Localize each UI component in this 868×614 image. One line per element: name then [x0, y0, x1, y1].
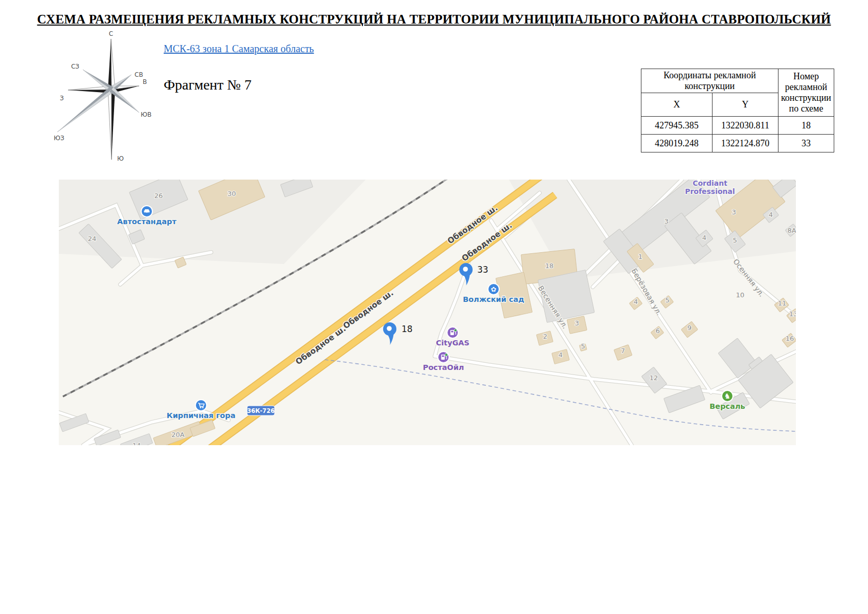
- compass-label: С: [109, 31, 113, 37]
- document-page: СХЕМА РАЗМЕЩЕНИЯ РЕКЛАМНЫХ КОНСТРУКЦИЙ Н…: [0, 0, 868, 614]
- house-number: 4: [702, 234, 706, 242]
- house-number: 4: [634, 298, 638, 305]
- house-number: 18: [545, 262, 554, 270]
- house-number: 26: [154, 192, 163, 200]
- marker-number-33: 33: [477, 265, 488, 275]
- road-shield-label: 36К-726: [247, 407, 275, 414]
- poi-volzhsky-sad: ✿: [488, 283, 499, 295]
- house-number: 24: [88, 235, 97, 243]
- table-row: 427945.3851322030.81118: [641, 117, 834, 135]
- house-number: 13: [789, 310, 796, 318]
- house-number: 5: [665, 296, 670, 304]
- house-number: 3: [575, 319, 579, 327]
- poi-label-versal: Версаль: [709, 402, 745, 410]
- compass-label: ЮВ: [141, 111, 151, 118]
- page-title: СХЕМА РАЗМЕЩЕНИЯ РЕКЛАМНЫХ КОНСТРУКЦИЙ Н…: [0, 12, 868, 27]
- house-number: 5: [733, 236, 737, 244]
- map-building: [94, 430, 121, 445]
- compass-label: З: [60, 95, 64, 102]
- fragment-label: Фрагмент № 7: [164, 77, 252, 93]
- table-header-x: X: [641, 93, 713, 117]
- map-fragment: Весенняя ул.Берёзовая ул.Осенняя ул.Обво…: [59, 180, 796, 445]
- compass-star: [57, 39, 139, 160]
- map-marker-18: [383, 322, 396, 345]
- house-number: 11: [778, 299, 787, 307]
- poi-citygas: [447, 327, 458, 338]
- poi-label-avtostandart: Автостандарт: [117, 217, 176, 226]
- house-number: 6: [656, 327, 660, 335]
- house-number: 30: [228, 190, 236, 198]
- poi-avtostandart: [141, 206, 152, 217]
- svg-text:✿: ✿: [491, 286, 497, 293]
- compass-label: СВ: [135, 71, 143, 78]
- house-number: 5: [581, 342, 585, 350]
- poi-rostaoil: [438, 352, 449, 363]
- house-number: 9: [687, 324, 692, 332]
- house-number: 16: [786, 335, 794, 342]
- house-number: 3: [664, 217, 669, 225]
- cell-number: 33: [778, 135, 834, 152]
- table-header-coordinates: Координаты рекламной конструкции: [641, 69, 778, 93]
- house-number: 1: [638, 253, 642, 260]
- compass-label: В: [143, 78, 147, 85]
- house-number: 2: [543, 333, 547, 340]
- cell-x: 427945.385: [641, 117, 713, 135]
- msk-zone-link[interactable]: МСК-63 зона 1 Самарская область: [164, 43, 314, 55]
- map-svg: Весенняя ул.Берёзовая ул.Осенняя ул.Обво…: [59, 180, 796, 445]
- poi-label-kirpichnaya-gora: Кирпичная гора: [167, 411, 235, 420]
- road-label: Обводное ш.: [294, 324, 348, 366]
- poi-label-rostaoil: РостаОйл: [423, 363, 464, 371]
- cart-icon: [195, 400, 207, 411]
- compass-label: ЮЗ: [54, 135, 64, 142]
- coordinates-table: Координаты рекламной конструкции Номер р…: [641, 69, 834, 152]
- svg-text:♞: ♞: [724, 392, 731, 400]
- table-header-number: Номер рекламной конструкции по схеме: [778, 69, 834, 117]
- compass-rose: ССВВЮВЮЮЗЗСЗ: [54, 31, 156, 165]
- compass-label: СЗ: [71, 63, 79, 70]
- cell-number: 18: [778, 117, 834, 135]
- poi-label-volzhsky-sad: Волжский сад: [463, 295, 524, 303]
- house-number: 12: [650, 374, 658, 382]
- house-number: 10: [736, 291, 745, 299]
- house-number: 8А: [787, 227, 796, 234]
- area-label: Professional: [685, 187, 735, 195]
- house-number: 7: [621, 347, 625, 355]
- poi-versal: ♞: [722, 390, 733, 402]
- compass-label: Ю: [117, 155, 124, 162]
- poi-label-citygas: CityGAS: [436, 339, 470, 347]
- cell-x: 428019.248: [641, 135, 713, 152]
- table-header-y: Y: [713, 93, 778, 117]
- house-number: 20А: [171, 431, 185, 438]
- house-number: 14: [132, 442, 141, 445]
- cell-y: 1322124.870: [713, 135, 778, 152]
- house-number: 3: [732, 208, 736, 216]
- cell-y: 1322030.811: [713, 117, 778, 135]
- marker-number-18: 18: [402, 324, 413, 334]
- area-label: Cordiant: [693, 180, 727, 187]
- house-number: 4: [559, 351, 563, 359]
- poi-kirpichnaya-gora: [195, 400, 207, 411]
- house-number: 4: [769, 211, 773, 218]
- table-row: 428019.2481322124.87033: [641, 135, 834, 152]
